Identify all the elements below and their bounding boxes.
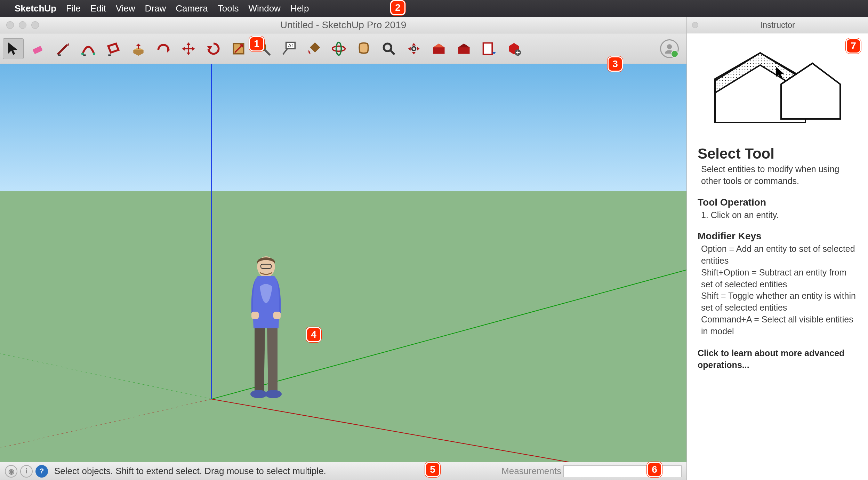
instructor-operation-step: 1. Click on an entity. bbox=[701, 209, 858, 221]
svg-line-17 bbox=[211, 399, 686, 462]
svg-line-18 bbox=[0, 354, 211, 399]
menu-window[interactable]: Window bbox=[248, 3, 280, 14]
svg-point-24 bbox=[265, 390, 282, 398]
axes bbox=[0, 64, 686, 462]
tool-zoom-extents[interactable] bbox=[403, 38, 424, 59]
svg-point-8 bbox=[332, 46, 345, 51]
measurements-input[interactable] bbox=[563, 465, 682, 477]
instructor-title: Instructor bbox=[760, 20, 795, 30]
instructor-titlebar[interactable]: Instructor bbox=[687, 17, 868, 33]
geolocation-icon[interactable]: ◉ bbox=[5, 465, 17, 478]
svg-rect-21 bbox=[251, 312, 259, 319]
credits-icon[interactable]: i bbox=[20, 465, 33, 478]
svg-point-10 bbox=[384, 43, 391, 51]
tool-orbit[interactable] bbox=[328, 38, 349, 59]
menu-draw[interactable]: Draw bbox=[145, 3, 166, 14]
instructor-modifier-4: Command+A = Select all visible entities … bbox=[701, 314, 858, 337]
instructor-heading: Select Tool bbox=[698, 145, 858, 162]
status-text: Select objects. Shift to extend select. … bbox=[54, 466, 326, 477]
menu-tools[interactable]: Tools bbox=[218, 3, 239, 14]
svg-rect-22 bbox=[273, 312, 281, 319]
svg-rect-3 bbox=[138, 45, 139, 48]
status-bar: ◉ i ? Select objects. Shift to extend se… bbox=[0, 462, 686, 480]
instructor-description: Select entities to modify when using oth… bbox=[701, 163, 858, 187]
viewport[interactable] bbox=[0, 64, 686, 462]
menu-help[interactable]: Help bbox=[290, 3, 309, 14]
instructor-close-button[interactable] bbox=[692, 22, 698, 28]
instructor-subheading-operation: Tool Operation bbox=[698, 197, 858, 208]
svg-rect-12 bbox=[483, 43, 492, 54]
callout-6: 6 bbox=[647, 462, 662, 477]
tool-push-pull[interactable] bbox=[128, 38, 149, 59]
svg-text:A1: A1 bbox=[288, 43, 294, 48]
menu-edit[interactable]: Edit bbox=[90, 3, 106, 14]
scale-figure bbox=[240, 255, 292, 401]
menu-view[interactable]: View bbox=[116, 3, 135, 14]
tool-rotate[interactable] bbox=[203, 38, 224, 59]
sketchup-window: Untitled - SketchUp Pro 2019 A1 bbox=[0, 17, 687, 480]
tool-arc[interactable] bbox=[78, 38, 99, 59]
mac-menubar: SketchUp File Edit View Draw Camera Tool… bbox=[0, 0, 868, 17]
window-close-button[interactable] bbox=[6, 21, 14, 29]
window-titlebar[interactable]: Untitled - SketchUp Pro 2019 bbox=[0, 17, 686, 33]
instructor-modifier-2: Shift+Option = Subtract an entity from s… bbox=[701, 267, 858, 290]
svg-rect-0 bbox=[32, 46, 42, 54]
tool-3dwarehouse-get[interactable] bbox=[428, 38, 449, 59]
svg-point-9 bbox=[336, 42, 341, 55]
instructor-modifier-1: Option = Add an entity to set of selecte… bbox=[701, 243, 858, 267]
svg-point-23 bbox=[250, 390, 267, 398]
window-zoom-button[interactable] bbox=[31, 21, 39, 29]
tool-zoom[interactable] bbox=[378, 38, 399, 59]
toolbar: A1 bbox=[0, 33, 686, 64]
instructor-illustration bbox=[708, 42, 847, 133]
instructor-learn-more-link[interactable]: Click to learn about more advanced opera… bbox=[698, 347, 858, 371]
instructor-panel: Instructor Select Tool bbox=[687, 17, 868, 480]
tool-offset[interactable] bbox=[153, 38, 174, 59]
instructor-subheading-modifiers: Modifier Keys bbox=[698, 231, 858, 242]
instructor-modifier-3: Shift = Toggle whether an entity is with… bbox=[701, 290, 858, 314]
tool-text[interactable]: A1 bbox=[278, 38, 299, 59]
svg-point-11 bbox=[412, 47, 416, 50]
callout-2: 2 bbox=[390, 0, 405, 15]
menu-file[interactable]: File bbox=[66, 3, 81, 14]
tool-move[interactable] bbox=[178, 38, 199, 59]
traffic-lights bbox=[0, 21, 39, 29]
tool-eraser[interactable] bbox=[28, 38, 49, 59]
callout-1: 1 bbox=[249, 36, 264, 51]
callout-5: 5 bbox=[425, 462, 440, 477]
help-icon[interactable]: ? bbox=[35, 465, 48, 478]
app-name[interactable]: SketchUp bbox=[15, 3, 56, 14]
tool-select[interactable] bbox=[3, 38, 24, 59]
svg-point-14 bbox=[667, 44, 672, 49]
callout-3: 3 bbox=[608, 56, 623, 72]
tool-scale[interactable] bbox=[228, 38, 249, 59]
tool-rectangle[interactable] bbox=[103, 38, 124, 59]
tool-paint-bucket[interactable] bbox=[303, 38, 324, 59]
measurements-label: Measurements bbox=[501, 466, 561, 477]
window-minimize-button[interactable] bbox=[19, 21, 26, 29]
svg-point-2 bbox=[93, 53, 95, 55]
callout-4: 4 bbox=[306, 327, 321, 342]
tool-line[interactable] bbox=[53, 38, 74, 59]
menu-camera[interactable]: Camera bbox=[176, 3, 208, 14]
window-title: Untitled - SketchUp Pro 2019 bbox=[0, 19, 686, 31]
account-button[interactable] bbox=[660, 39, 679, 58]
tool-layout[interactable] bbox=[479, 38, 499, 59]
svg-line-19 bbox=[0, 399, 211, 448]
tool-extension-warehouse[interactable] bbox=[504, 38, 524, 59]
tool-walk[interactable] bbox=[353, 38, 374, 59]
tool-3dwarehouse-share[interactable] bbox=[453, 38, 474, 59]
callout-7: 7 bbox=[846, 38, 861, 54]
